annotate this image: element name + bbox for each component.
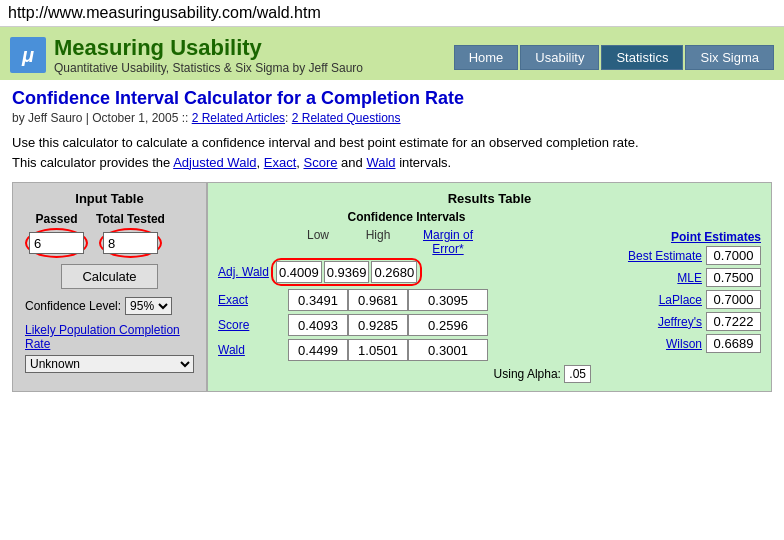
wald-moe: 0.3001 — [408, 339, 488, 361]
alpha-label: Using Alpha: — [494, 367, 561, 381]
pe-row-bestestimate: Best Estimate 0.7000 — [601, 246, 761, 265]
ci-row-score: Score 0.4093 0.9285 0.2596 — [218, 314, 595, 336]
nav-statistics[interactable]: Statistics — [601, 45, 683, 70]
likely-pop-link[interactable]: Likely Population Completion Rate — [25, 323, 194, 351]
passed-col: Passed — [25, 212, 88, 258]
exact-link[interactable]: Exact — [264, 155, 297, 170]
pe-value-mle: 0.7500 — [706, 268, 761, 287]
pe-value-jeffreys: 0.7222 — [706, 312, 761, 331]
ci-label-wald[interactable]: Wald — [218, 343, 288, 357]
passed-input[interactable] — [29, 232, 84, 254]
pe-value-wilson: 0.6689 — [706, 334, 761, 353]
related-questions-link[interactable]: 2 Related Questions — [292, 111, 401, 125]
score-high: 0.9285 — [348, 314, 408, 336]
ci-row-adjwald: Adj. Wald 0.4009 0.9369 0.2680 — [218, 258, 595, 286]
pe-label-wilson[interactable]: Wilson — [666, 337, 702, 351]
total-field-wrap — [99, 228, 162, 258]
pe-row-jeffreys: Jeffrey's 0.7222 — [601, 312, 761, 331]
ci-col-empty — [218, 228, 288, 256]
pe-row-wilson: Wilson 0.6689 — [601, 334, 761, 353]
main-content: Confidence Interval Calculator for a Com… — [0, 80, 784, 400]
nav-home[interactable]: Home — [454, 45, 519, 70]
ci-row-exact: Exact 0.3491 0.9681 0.3095 — [218, 289, 595, 311]
wald-high: 1.0501 — [348, 339, 408, 361]
pe-label-laplace[interactable]: LaPlace — [659, 293, 702, 307]
pe-label-mle[interactable]: MLE — [677, 271, 702, 285]
input-table: Input Table Passed Total Tested Calculat… — [12, 182, 207, 392]
total-input[interactable] — [103, 232, 158, 254]
pe-title[interactable]: Point Estimates — [601, 230, 761, 244]
pe-label-jeffreys[interactable]: Jeffrey's — [658, 315, 702, 329]
alpha-row: Using Alpha: .05 — [218, 365, 595, 383]
nav-usability[interactable]: Usability — [520, 45, 599, 70]
url-bar: http://www.measuringusability.com/wald.h… — [0, 0, 784, 27]
ci-col-high: High — [348, 228, 408, 256]
ci-section: Confidence Intervals Low High Margin of … — [218, 210, 595, 383]
pe-row-mle: MLE 0.7500 — [601, 268, 761, 287]
exact-moe: 0.3095 — [408, 289, 488, 311]
exact-high: 0.9681 — [348, 289, 408, 311]
byline: by Jeff Sauro | October 1, 2005 :: 2 Rel… — [12, 111, 772, 125]
conf-level-label: Confidence Level: — [25, 299, 121, 313]
total-col: Total Tested — [96, 212, 165, 258]
pe-value-bestestimate: 0.7000 — [706, 246, 761, 265]
pe-label-bestestimate[interactable]: Best Estimate — [628, 249, 702, 263]
adjwald-moe: 0.2680 — [371, 261, 417, 283]
wald-link[interactable]: Wald — [366, 155, 395, 170]
adj-wald-link[interactable]: Adjusted Wald — [173, 155, 256, 170]
results-title: Results Table — [218, 191, 761, 206]
ci-label-score[interactable]: Score — [218, 318, 288, 332]
score-link[interactable]: Score — [303, 155, 337, 170]
ci-col-moe[interactable]: Margin of Error* — [408, 228, 488, 256]
ci-label-adjwald[interactable]: Adj. Wald — [218, 265, 269, 279]
site-title: Measuring Usability — [54, 35, 363, 61]
pe-row-laplace: LaPlace 0.7000 — [601, 290, 761, 309]
nav-sixsigma[interactable]: Six Sigma — [685, 45, 774, 70]
related-articles-link[interactable]: 2 Related Articles — [192, 111, 285, 125]
ci-row-wald: Wald 0.4499 1.0501 0.3001 — [218, 339, 595, 361]
alpha-value: .05 — [564, 365, 591, 383]
site-header: μ Measuring Usability Quantitative Usabi… — [0, 27, 784, 80]
total-label: Total Tested — [96, 212, 165, 226]
ci-headers: Low High Margin of Error* — [218, 228, 595, 256]
results-table: Results Table Confidence Intervals Low H… — [207, 182, 772, 392]
page-title: Confidence Interval Calculator for a Com… — [12, 88, 772, 109]
description: Use this calculator to calculate a confi… — [12, 133, 772, 172]
ci-col-low: Low — [288, 228, 348, 256]
pop-select[interactable]: Unknown High (>85%) Medium (50-85%) Low … — [25, 355, 194, 373]
pe-value-laplace: 0.7000 — [706, 290, 761, 309]
conf-level-row: Confidence Level: 95% 90% 99% — [25, 297, 194, 315]
nav-bar: Home Usability Statistics Six Sigma — [452, 45, 774, 76]
score-moe: 0.2596 — [408, 314, 488, 336]
score-low: 0.4093 — [288, 314, 348, 336]
calc-area: Input Table Passed Total Tested Calculat… — [12, 182, 772, 392]
site-subtitle: Quantitative Usability, Statistics & Six… — [54, 61, 363, 75]
logo-icon: μ — [10, 37, 46, 73]
passed-label: Passed — [35, 212, 77, 226]
calculate-button[interactable]: Calculate — [61, 264, 157, 289]
ci-subtitle: Confidence Intervals — [218, 210, 595, 224]
ci-label-exact[interactable]: Exact — [218, 293, 288, 307]
exact-low: 0.3491 — [288, 289, 348, 311]
pe-section: Point Estimates Best Estimate 0.7000 MLE… — [601, 210, 761, 383]
input-table-title: Input Table — [25, 191, 194, 206]
wald-low: 0.4499 — [288, 339, 348, 361]
passed-field-wrap — [25, 228, 88, 258]
adjwald-low: 0.4009 — [276, 261, 322, 283]
input-row: Passed Total Tested — [25, 212, 194, 258]
results-inner: Confidence Intervals Low High Margin of … — [218, 210, 761, 383]
adjwald-high: 0.9369 — [324, 261, 370, 283]
conf-level-select[interactable]: 95% 90% 99% — [125, 297, 172, 315]
